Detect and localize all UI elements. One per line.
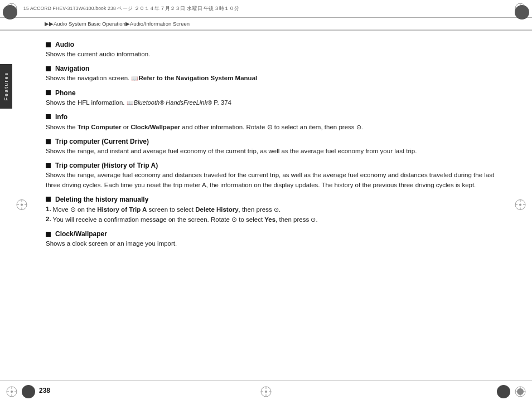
svg-point-35 — [265, 391, 267, 393]
bullet-icon — [46, 139, 51, 144]
crosshair-left-icon — [16, 198, 28, 211]
main-content: Audio Shows the current audio informatio… — [12, 31, 532, 380]
section-clock-title: Clock/Wallpaper — [46, 230, 499, 238]
step-2-body: You will receive a confirmation message … — [53, 214, 318, 225]
breadcrumb-text: ▶▶Audio System Basic Operation▶Audio/Inf… — [45, 21, 190, 27]
section-phone-body: Shows the HFL information. 📖Bluetooth® H… — [46, 98, 499, 108]
step-2-num: 2. — [46, 214, 51, 225]
crosshair-br-icon — [514, 386, 526, 398]
svg-point-17 — [21, 203, 23, 206]
crosshair-right-icon — [514, 198, 526, 211]
bullet-icon — [46, 90, 51, 95]
svg-point-41 — [517, 388, 524, 395]
section-clock: Clock/Wallpaper Shows a clock screen or … — [46, 230, 499, 248]
section-phone: Phone Shows the HFL information. 📖Blueto… — [46, 89, 499, 108]
bullet-icon — [46, 197, 51, 202]
section-trip-current-title: Trip computer (Current Drive) — [46, 138, 499, 145]
breadcrumb: ▶▶Audio System Basic Operation▶Audio/Inf… — [0, 18, 532, 30]
section-trip-history-body: Shows the range, average fuel economy an… — [46, 170, 499, 190]
section-audio: Audio Shows the current audio informatio… — [46, 41, 499, 59]
svg-point-43 — [497, 385, 510, 398]
section-deleting: Deleting the history manually 1. Move ⊙ … — [46, 196, 499, 225]
section-navigation-title: Navigation — [46, 65, 499, 72]
section-info-body: Shows the Trip Computer or Clock/Wallpap… — [46, 122, 499, 132]
bullet-icon — [46, 232, 51, 237]
section-navigation-body: Shows the navigation screen. 📖Refer to t… — [46, 74, 499, 83]
step-1: 1. Move ⊙ on the History of Trip A scree… — [46, 204, 499, 214]
svg-point-23 — [519, 203, 521, 206]
svg-point-45 — [515, 5, 529, 19]
section-trip-history: Trip computer (History of Trip A) Shows … — [46, 162, 499, 190]
side-tab-label: Features — [3, 72, 9, 101]
side-tab-features: Features — [0, 64, 12, 109]
svg-point-42 — [22, 385, 35, 398]
section-deleting-title: Deleting the history manually — [46, 196, 499, 203]
bullet-icon — [46, 42, 51, 47]
circle-br-icon — [496, 384, 511, 399]
page-number: 238 — [39, 387, 50, 394]
step-1-body: Move ⊙ on the History of Trip A screen t… — [53, 204, 281, 214]
crosshair-bl-icon — [6, 386, 18, 398]
page: 15 ACCORD FHEV-31T3W6100.book 238 ページ ２０… — [0, 0, 532, 400]
bullet-icon — [46, 66, 51, 71]
section-trip-current-body: Shows the range, and instant and average… — [46, 147, 499, 156]
svg-point-44 — [3, 5, 17, 19]
deco-circle-tl — [2, 4, 18, 20]
section-trip-current: Trip computer (Current Drive) Shows the … — [46, 138, 499, 156]
section-phone-title: Phone — [46, 89, 499, 97]
header-top-text: 15 ACCORD FHEV-31T3W6100.book 238 ページ ２０… — [23, 6, 240, 12]
section-trip-history-title: Trip computer (History of Trip A) — [46, 162, 499, 169]
section-info: Info Shows the Trip Computer or Clock/Wa… — [46, 113, 499, 132]
step-2: 2. You will receive a confirmation messa… — [46, 214, 499, 225]
svg-point-29 — [11, 391, 13, 393]
section-clock-body: Shows a clock screen or an image you imp… — [46, 239, 499, 248]
bullet-icon — [46, 163, 51, 168]
section-audio-title: Audio — [46, 41, 499, 48]
bullet-icon — [46, 114, 51, 119]
section-info-title: Info — [46, 113, 499, 121]
deco-circle-tr — [514, 4, 530, 20]
section-navigation: Navigation Shows the navigation screen. … — [46, 65, 499, 83]
section-audio-body: Shows the current audio information. — [46, 50, 499, 59]
steps-list: 1. Move ⊙ on the History of Trip A scree… — [46, 204, 499, 225]
crosshair-bc-icon — [260, 386, 272, 398]
step-1-num: 1. — [46, 204, 51, 214]
circle-bl-icon — [21, 384, 36, 399]
